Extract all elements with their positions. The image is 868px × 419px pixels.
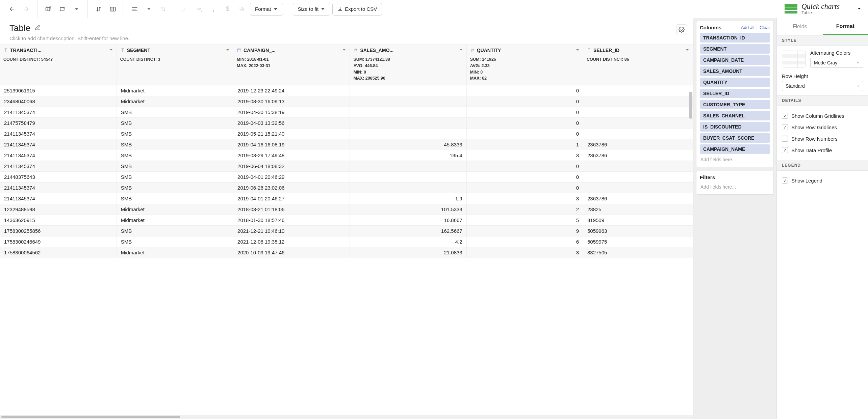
table-row[interactable]: 1758300246649SMB2021-12-08 19:35:124.265…	[0, 236, 693, 247]
table-cell[interactable]: 5059975	[583, 236, 693, 247]
table-cell[interactable]: 12329488598	[0, 204, 117, 215]
table-cell[interactable]	[350, 183, 466, 193]
panel-dropdown[interactable]	[71, 3, 83, 15]
percent-format-button[interactable]: %	[236, 3, 248, 15]
table-cell[interactable]	[350, 107, 466, 118]
chart-description-input[interactable]: Click to add chart description. Shift-en…	[9, 35, 684, 41]
table-cell[interactable]: 21.0833	[350, 247, 466, 258]
table-cell[interactable]	[350, 129, 466, 139]
table-cell[interactable]: 3	[466, 247, 583, 258]
table-cell[interactable]	[350, 85, 466, 96]
decrease-decimal-button[interactable]: .0	[179, 3, 191, 15]
table-cell[interactable]: 2019-08-30 16:09:13	[233, 96, 350, 107]
add-all-link[interactable]: Add all	[741, 25, 755, 30]
table-cell[interactable]: 2363786	[583, 139, 693, 150]
table-cell[interactable]: 2363786	[583, 150, 693, 161]
table-cell[interactable]	[583, 183, 693, 193]
table-cell[interactable]: 1758300255856	[0, 226, 117, 236]
table-cell[interactable]: SMB	[117, 226, 233, 236]
table-cell[interactable]: SMB	[117, 172, 233, 183]
table-cell[interactable]: 21411345374	[0, 150, 117, 161]
table-cell[interactable]	[583, 172, 693, 183]
table-cell[interactable]: 21411345374	[0, 107, 117, 118]
alternating-colors-swatch[interactable]	[782, 51, 806, 67]
table-cell[interactable]: 3	[466, 150, 583, 161]
column-pill[interactable]: SEGMENT	[700, 44, 770, 54]
table-cell[interactable]: 2019-12-23 22:49:24	[233, 85, 350, 96]
table-cell[interactable]: 5059963	[583, 226, 693, 236]
table-cell[interactable]	[350, 172, 466, 183]
horizontal-scrollbar[interactable]	[0, 415, 693, 419]
column-pill[interactable]: SALES_CHANNEL	[700, 111, 770, 120]
table-cell[interactable]	[583, 118, 693, 129]
table-row[interactable]: 12329488598Midmarket2018-03-21 01:18:061…	[0, 204, 693, 215]
columns-button[interactable]	[107, 3, 119, 15]
table-cell[interactable]: 2019-04-30 15:38:19	[233, 107, 350, 118]
table-cell[interactable]: 21411345374	[0, 139, 117, 150]
row-height-select[interactable]: Standard	[782, 81, 863, 91]
table-cell[interactable]: Midmarket	[117, 247, 233, 258]
column-header[interactable]: TRANSACTI...COUNT DISTINCT: 54547	[0, 45, 117, 85]
table-row[interactable]: 21475758479SMB2019-04-03 13:32:560	[0, 118, 693, 129]
table-cell[interactable]	[583, 85, 693, 96]
table-cell[interactable]: SMB	[117, 139, 233, 150]
table-row[interactable]: 21411345374SMB2019-06-04 18:08:320	[0, 161, 693, 172]
table-cell[interactable]: 2019-03-29 17:49:48	[233, 150, 350, 161]
increase-decimal-button[interactable]: .00	[193, 3, 205, 15]
table-cell[interactable]: 0	[466, 183, 583, 193]
table-cell[interactable]: 21475758479	[0, 118, 117, 129]
column-pill[interactable]: QUANTITY	[700, 78, 770, 87]
table-row[interactable]: 21411345374SMB2019-04-30 15:38:190	[0, 107, 693, 118]
table-cell[interactable]: 2019-06-26 23:02:06	[233, 183, 350, 193]
table-cell[interactable]: Midmarket	[117, 96, 233, 107]
table-cell[interactable]: SMB	[117, 150, 233, 161]
column-pill[interactable]: BUYER_CSAT_SCORE	[700, 133, 770, 143]
table-row[interactable]: 1758300064562Midmarket2020-10-09 19:47:4…	[0, 247, 693, 258]
table-cell[interactable]: 0	[466, 118, 583, 129]
quick-charts-selector[interactable]: Quick charts Table	[785, 2, 865, 15]
table-cell[interactable]: 2020-10-09 19:47:46	[233, 247, 350, 258]
settings-button[interactable]	[676, 24, 687, 35]
show-legend-checkbox[interactable]	[782, 177, 788, 184]
comma-format-button[interactable]: ,	[207, 3, 220, 15]
table-cell[interactable]: 2019-06-04 18:08:32	[233, 161, 350, 172]
table-cell[interactable]: 3327505	[583, 247, 693, 258]
table-row[interactable]: 21411345374SMB2019-04-16 16:08:1945.8333…	[0, 139, 693, 150]
table-cell[interactable]: 2019-04-01 20:46:29	[233, 172, 350, 183]
table-cell[interactable]: 21411345374	[0, 129, 117, 139]
table-cell[interactable]: 25139061915	[0, 85, 117, 96]
align-dropdown[interactable]	[143, 3, 155, 15]
table-cell[interactable]: 0	[466, 161, 583, 172]
column-pill[interactable]: SALES_AMOUNT	[700, 66, 770, 76]
table-cell[interactable]: 2019-05-21 15:21:40	[233, 129, 350, 139]
edit-title-icon[interactable]	[34, 25, 41, 32]
table-cell[interactable]: SMB	[117, 129, 233, 139]
column-menu-icon[interactable]	[226, 48, 230, 53]
clear-link[interactable]: Clear	[760, 25, 770, 30]
add-panel-button[interactable]	[42, 3, 54, 15]
wrap-button[interactable]	[157, 3, 169, 15]
table-cell[interactable]: 2019-04-03 13:32:56	[233, 118, 350, 129]
currency-format-button[interactable]: $	[222, 3, 234, 15]
size-to-fit-button[interactable]: Size to fit	[293, 3, 331, 16]
table-cell[interactable]: 2019-04-16 16:08:19	[233, 139, 350, 150]
table-row[interactable]: 25139061915Midmarket2019-12-23 22:49:240	[0, 85, 693, 96]
column-pill[interactable]: CAMPAIGN_NAME	[700, 144, 770, 154]
table-cell[interactable]: Midmarket	[117, 215, 233, 226]
column-header[interactable]: QUANTITYSUM: 141926AVG: 2.33MIN: 0MAX: 6…	[466, 45, 583, 85]
table-cell[interactable]: SMB	[117, 118, 233, 129]
table-cell[interactable]	[350, 161, 466, 172]
table-row[interactable]: 1758300255856SMB2021-12-21 10:46:10162.5…	[0, 226, 693, 236]
table-cell[interactable]: 2	[466, 204, 583, 215]
table-cell[interactable]: 3	[466, 193, 583, 204]
column-pill[interactable]: SELLER_ID	[700, 89, 770, 98]
table-cell[interactable]: 0	[466, 172, 583, 183]
table-row[interactable]: 21411345374SMB2019-05-21 15:21:400	[0, 129, 693, 139]
table-cell[interactable]: 162.5667	[350, 226, 466, 236]
table-cell[interactable]: 0	[466, 129, 583, 139]
table-row[interactable]: 21448375643SMB2019-04-01 20:46:290	[0, 172, 693, 183]
column-menu-icon[interactable]	[342, 48, 346, 53]
table-cell[interactable]: 2363786	[583, 193, 693, 204]
column-header[interactable]: SEGMENTCOUNT DISTINCT: 3	[117, 45, 233, 85]
table-cell[interactable]	[583, 129, 693, 139]
